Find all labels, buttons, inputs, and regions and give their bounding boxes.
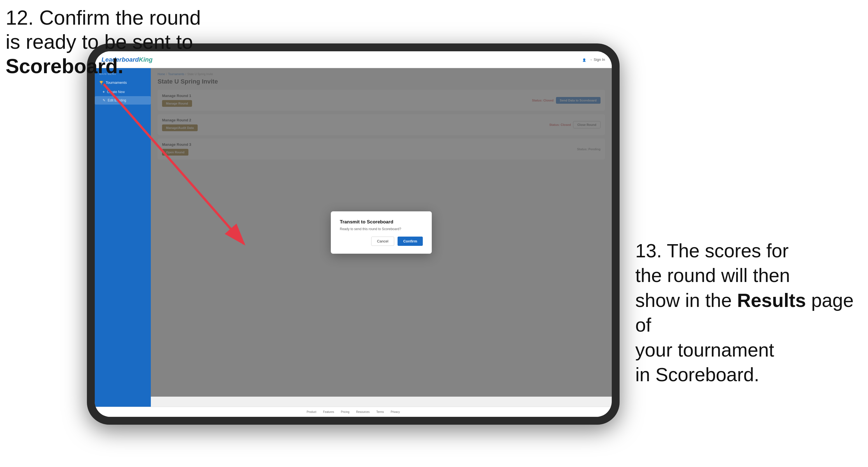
modal-overlay: Transmit to Scoreboard Ready to send thi… (151, 68, 612, 397)
sign-in-button[interactable]: Sign In (590, 58, 605, 62)
sidebar-item-edit-existing[interactable]: Edit Existing (95, 96, 151, 104)
trophy-icon (99, 81, 103, 85)
app-body: MAIN MENU Tournaments Create New Edit Ex… (95, 68, 612, 407)
modal-confirm-button[interactable]: Confirm (398, 237, 423, 246)
modal-subtitle: Ready to send this round to Scoreboard? (340, 227, 423, 231)
header-right: Sign In (582, 57, 605, 62)
annotation-right: 13. The scores for the round will then s… (635, 238, 860, 387)
sidebar-item-tournaments[interactable]: Tournaments (95, 77, 151, 88)
sidebar-item-create-new[interactable]: Create New (95, 88, 151, 96)
transmit-dialog: Transmit to Scoreboard Ready to send thi… (331, 211, 432, 254)
footer-privacy[interactable]: Privacy (391, 410, 400, 413)
arrow-icon (590, 58, 593, 62)
sidebar: MAIN MENU Tournaments Create New Edit Ex… (95, 68, 151, 407)
footer-resources[interactable]: Resources (356, 410, 370, 413)
footer-terms[interactable]: Terms (376, 410, 384, 413)
modal-title: Transmit to Scoreboard (340, 219, 423, 225)
main-content: Home / Tournaments / State U Spring Invi… (151, 68, 612, 407)
footer-pricing[interactable]: Pricing (341, 410, 350, 413)
modal-buttons: Cancel Confirm (340, 237, 423, 246)
tablet-screen: LeaderboardKing Sign In MAIN MENU (95, 51, 612, 417)
footer-product[interactable]: Product (307, 410, 316, 413)
footer-features[interactable]: Features (323, 410, 334, 413)
edit-icon (103, 98, 105, 102)
tablet-frame: LeaderboardKing Sign In MAIN MENU (87, 43, 620, 425)
app-container: LeaderboardKing Sign In MAIN MENU (95, 51, 612, 417)
app-footer: Product Features Pricing Resources Terms… (95, 407, 612, 417)
annotation-top-left: 12. Confirm the round is ready to be sen… (6, 6, 201, 78)
plus-icon (103, 90, 105, 94)
modal-cancel-button[interactable]: Cancel (371, 237, 394, 246)
user-icon (582, 57, 586, 62)
